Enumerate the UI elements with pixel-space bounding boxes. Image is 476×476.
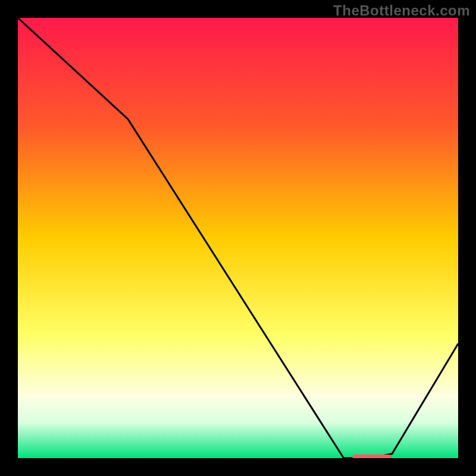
chart-stage: TheBottleneck.com xyxy=(0,0,476,476)
optimal-range-marker xyxy=(352,455,392,458)
gradient-background xyxy=(18,18,458,458)
watermark-text: TheBottleneck.com xyxy=(333,2,470,19)
bottleneck-chart xyxy=(18,18,458,458)
plot-area xyxy=(18,18,458,458)
